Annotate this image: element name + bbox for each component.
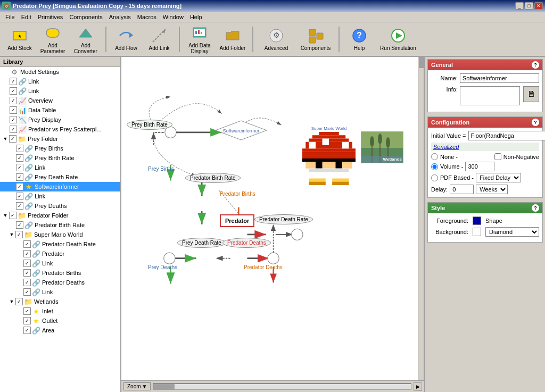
checkbox-softwareinformer[interactable] xyxy=(16,183,23,190)
tree-item-pred-birth-rate[interactable]: 🔗 Predator Birth Rate xyxy=(0,220,120,230)
tree-item-wetlands[interactable]: ▼ 📁 Wetlands xyxy=(0,297,120,306)
expand-prey-folder[interactable]: ▼ xyxy=(2,136,9,142)
menu-components[interactable]: Components xyxy=(66,13,105,21)
canvas-pred-deaths[interactable]: Predator Deaths xyxy=(222,238,271,248)
zoom-button[interactable]: Zoom ▼ xyxy=(123,382,151,390)
canvas-prey-death-rate[interactable]: Prey Death Rate xyxy=(177,238,226,248)
canvas-area[interactable]: Prey Birth Rate Softwareinformer Predato… xyxy=(121,57,425,392)
checkbox-wetlands[interactable] xyxy=(15,298,23,305)
tree-item-prey-display[interactable]: 📉 Prey Display xyxy=(0,115,120,124)
maximize-button[interactable]: □ xyxy=(525,2,533,10)
expand-predator-folder[interactable]: ▼ xyxy=(2,212,9,219)
prey-death-rate-oval[interactable]: Prey Death Rate xyxy=(177,238,226,248)
style-help-button[interactable]: ? xyxy=(532,204,539,212)
add-folder-button[interactable]: Add Folder xyxy=(217,24,248,54)
checkbox-link5[interactable] xyxy=(23,260,31,267)
checkbox-link3[interactable] xyxy=(16,164,23,171)
tree-item-data-table[interactable]: 📊 Data Table xyxy=(0,105,120,115)
tree-item-pred-vs-prey[interactable]: 📈 Predator vs Prey Scatterpl... xyxy=(0,124,120,134)
checkbox-pred-birth-rate[interactable] xyxy=(16,221,23,229)
name-input[interactable] xyxy=(460,73,539,83)
components-button[interactable]: Components xyxy=(297,24,334,54)
tree-item-inlet[interactable]: ★ Inlet xyxy=(0,306,120,316)
tree-item-super-mario-world[interactable]: ▼ 📁 Super Mario World xyxy=(0,230,120,239)
shape-select[interactable]: Diamond xyxy=(485,227,539,237)
canvas-prey-birth-rate[interactable]: Prey Birth Rate xyxy=(127,120,172,130)
pred-death-rate-oval[interactable]: Predator Death Rate xyxy=(254,214,313,224)
tree-item-pred-death-rate[interactable]: 🔗 Predator Death Rate xyxy=(0,239,120,249)
tree-item-predator-folder[interactable]: ▼ 📁 Predator Folder xyxy=(0,211,120,220)
menu-file[interactable]: File xyxy=(2,13,18,21)
checkbox-super-mario-world[interactable] xyxy=(15,231,23,238)
menu-window[interactable]: Window xyxy=(160,13,187,21)
none-radio[interactable] xyxy=(431,153,438,160)
library-tree[interactable]: ⚙ Model Settings 🔗 Link 🔗 Link 📈 xyxy=(0,67,120,392)
canvas-scroll[interactable]: Prey Birth Rate Softwareinformer Predato… xyxy=(121,57,424,380)
pred-deaths-oval[interactable]: Predator Deaths xyxy=(222,238,271,248)
tree-item-overview[interactable]: 📈 Overview xyxy=(0,96,120,105)
scroll-right-button[interactable]: ▶ xyxy=(414,382,422,391)
tree-item-area[interactable]: 🔗 Area xyxy=(0,326,120,335)
expand-super-mario-world[interactable]: ▼ xyxy=(9,231,15,238)
checkbox-prey-birth-rate[interactable] xyxy=(16,154,23,162)
volume-input[interactable] xyxy=(465,162,494,171)
canvas-pred-birth-rate[interactable]: Predator Birth Rate xyxy=(185,173,241,183)
menu-primitives[interactable]: Primitives xyxy=(35,13,67,21)
tree-item-link3[interactable]: 🔗 Link xyxy=(0,163,120,172)
predator-rect[interactable]: Predator xyxy=(220,214,254,227)
expand-wetlands[interactable]: ▼ xyxy=(9,298,15,305)
tree-item-link1[interactable]: 🔗 Link xyxy=(0,77,120,86)
prey-birth-rate-oval[interactable]: Prey Birth Rate xyxy=(127,120,172,130)
checkbox-link2[interactable] xyxy=(10,87,17,95)
non-negative-checkbox[interactable] xyxy=(494,153,501,160)
run-simulation-button[interactable]: Run Simulation xyxy=(377,24,419,54)
fixed-delay-select[interactable]: Fixed Delay xyxy=(476,173,521,182)
tree-item-link4[interactable]: 🔗 Link xyxy=(0,191,120,201)
tree-item-model-settings[interactable]: ⚙ Model Settings xyxy=(0,67,120,77)
checkbox-link4[interactable] xyxy=(16,193,23,200)
checkbox-prey-folder[interactable] xyxy=(9,135,16,143)
add-flow-button[interactable]: Add Flow xyxy=(111,24,142,54)
checkbox-pred-births[interactable] xyxy=(23,269,31,277)
canvas-pred-death-rate[interactable]: Predator Death Rate xyxy=(254,214,313,224)
scrollbar-thumb-h[interactable] xyxy=(153,384,175,389)
general-help-button[interactable]: ? xyxy=(532,61,539,69)
checkbox-pred-death-rate[interactable] xyxy=(23,240,31,248)
pred-birth-rate-oval[interactable]: Predator Birth Rate xyxy=(185,173,241,183)
volume-radio[interactable] xyxy=(431,163,438,170)
tree-item-prey-birth-rate[interactable]: 🔗 Prey Birth Rate xyxy=(0,153,120,163)
checkbox-prey-births[interactable] xyxy=(16,145,23,152)
info-detail-button[interactable]: 🖹 xyxy=(523,86,539,102)
menu-help[interactable]: Help xyxy=(187,13,205,21)
checkbox-prey-display[interactable] xyxy=(10,116,17,123)
add-link-button[interactable]: Add Link xyxy=(144,24,175,54)
checkbox-data-table[interactable] xyxy=(10,106,17,114)
checkbox-outlet[interactable] xyxy=(23,317,31,324)
weeks-select[interactable]: Weeks xyxy=(476,185,508,194)
close-button[interactable]: ✕ xyxy=(534,2,543,10)
menu-macros[interactable]: Macros xyxy=(134,13,160,21)
checkbox-link1[interactable] xyxy=(10,78,17,85)
tree-item-softwareinformer[interactable]: ★ Softwareinformer xyxy=(0,182,120,191)
pdf-radio[interactable] xyxy=(431,174,438,181)
tree-item-link6[interactable]: 🔗 Link xyxy=(0,287,120,297)
tree-item-prey-folder[interactable]: ▼ 📁 Prey Folder xyxy=(0,134,120,144)
add-converter-button[interactable]: Add Converter xyxy=(70,24,101,54)
info-textarea[interactable] xyxy=(460,86,520,105)
tree-item-pred-deaths[interactable]: 🔗 Predator Deaths xyxy=(0,278,120,287)
tree-item-prey-deaths[interactable]: 🔗 Prey Deaths xyxy=(0,201,120,211)
checkbox-pred-vs-prey[interactable] xyxy=(10,126,17,133)
configuration-help-button[interactable]: ? xyxy=(532,119,539,126)
checkbox-predator[interactable] xyxy=(23,250,31,257)
horizontal-scrollbar[interactable] xyxy=(153,383,411,390)
checkbox-overview[interactable] xyxy=(10,97,17,104)
checkbox-inlet[interactable] xyxy=(23,307,31,315)
initial-value-input[interactable] xyxy=(468,131,545,140)
tree-item-pred-births[interactable]: 🔗 Predator Births xyxy=(0,268,120,278)
checkbox-predator-folder[interactable] xyxy=(9,212,16,219)
help-button[interactable]: ? Help xyxy=(344,24,375,54)
menu-edit[interactable]: Edit xyxy=(18,13,35,21)
tree-item-link2[interactable]: 🔗 Link xyxy=(0,86,120,96)
canvas-predator[interactable]: Predator xyxy=(220,214,254,227)
add-data-display-button[interactable]: Add Data Display xyxy=(184,24,215,54)
